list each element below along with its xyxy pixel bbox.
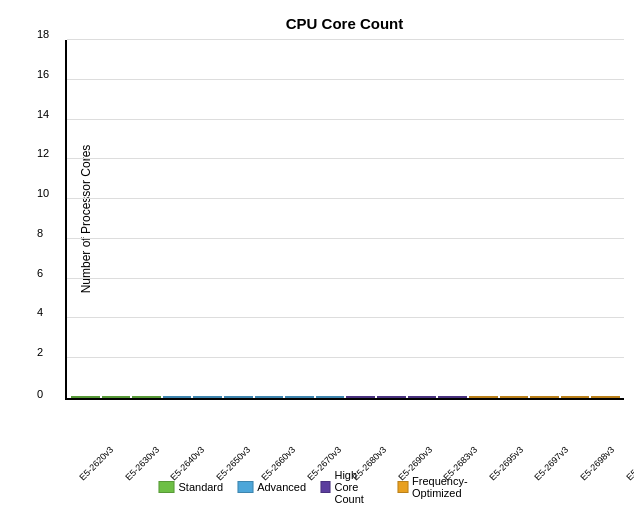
legend: StandardAdvancedHigh Core CountFrequency…	[159, 469, 476, 505]
legend-item-high_core: High Core Count	[320, 469, 383, 505]
legend-swatch-standard	[159, 481, 175, 493]
bar-item	[163, 396, 192, 398]
legend-swatch-freq_opt	[398, 481, 408, 493]
bar-item	[561, 396, 590, 398]
bar-item	[346, 396, 375, 398]
bar-E5-2667v3	[561, 396, 590, 398]
legend-item-advanced: Advanced	[237, 481, 306, 493]
bar-item	[285, 396, 314, 398]
bar-item	[500, 396, 529, 398]
legend-label-advanced: Advanced	[257, 481, 306, 493]
bar-E5-2697v3	[377, 396, 406, 398]
x-label-E5-2699v3: E5-2699v3	[624, 445, 634, 483]
bar-E5-2687Wv3	[591, 396, 620, 398]
legend-label-standard: Standard	[179, 481, 224, 493]
legend-label-high_core: High Core Count	[334, 469, 383, 505]
chart-container: CPU Core Count Number of Processor Cores…	[0, 0, 634, 510]
y-tick-label: 4	[37, 306, 43, 318]
chart-title: CPU Core Count	[65, 15, 624, 32]
bar-item	[530, 396, 559, 398]
bar-E5-2695v3	[346, 396, 375, 398]
y-tick-label: 10	[37, 187, 49, 199]
bar-item	[102, 396, 131, 398]
bar-E5-2643v3	[530, 396, 559, 398]
chart-area: Number of Processor Cores 24681012141618…	[65, 40, 624, 400]
x-label-E5-2695v3: E5-2695v3	[487, 445, 525, 483]
bar-item	[224, 396, 253, 398]
bars-group	[67, 40, 624, 398]
bar-E5-2650v3	[163, 396, 192, 398]
y-tick-label: 6	[37, 267, 43, 279]
y-tick-label: 16	[37, 68, 49, 80]
bar-item	[255, 396, 284, 398]
bar-E5-2623v3	[469, 396, 498, 398]
bar-item	[132, 396, 161, 398]
x-label-E5-2630v3: E5-2630v3	[123, 445, 161, 483]
bar-E5-2620v3	[71, 396, 100, 398]
x-label-E5-2620v3: E5-2620v3	[77, 445, 115, 483]
bar-item	[438, 396, 467, 398]
legend-item-freq_opt: Frequency-Optimized	[398, 475, 476, 499]
bar-E5-2698v3	[408, 396, 437, 398]
legend-label-freq_opt: Frequency-Optimized	[412, 475, 475, 499]
y-tick-label-zero: 0	[37, 388, 43, 400]
y-tick-label: 12	[37, 147, 49, 159]
x-label-E5-2698v3: E5-2698v3	[578, 445, 616, 483]
bar-item	[591, 396, 620, 398]
x-label-E5-2697v3: E5-2697v3	[533, 445, 571, 483]
bar-E5-2637v3	[500, 396, 529, 398]
y-tick-label: 2	[37, 346, 43, 358]
bar-item	[408, 396, 437, 398]
legend-swatch-advanced	[237, 481, 253, 493]
bar-E5-2640v3	[132, 396, 161, 398]
bar-E5-2630v3	[102, 396, 131, 398]
bar-E5-2660v3	[193, 396, 222, 398]
legend-item-standard: Standard	[159, 481, 224, 493]
bar-E5-2670v3	[224, 396, 253, 398]
bar-E5-2683v3	[316, 396, 345, 398]
y-tick-label: 14	[37, 108, 49, 120]
bar-item	[71, 396, 100, 398]
bar-E5-2699v3	[438, 396, 467, 398]
y-tick-label: 18	[37, 28, 49, 40]
y-tick-label: 8	[37, 227, 43, 239]
bar-item	[469, 396, 498, 398]
bar-E5-2680v3	[255, 396, 284, 398]
bar-item	[193, 396, 222, 398]
bar-item	[377, 396, 406, 398]
legend-swatch-high_core	[320, 481, 330, 493]
bar-item	[316, 396, 345, 398]
x-labels: E5-2620v3E5-2630v3E5-2640v3E5-2650v3E5-2…	[67, 456, 624, 470]
bar-E5-2690v3	[285, 396, 314, 398]
